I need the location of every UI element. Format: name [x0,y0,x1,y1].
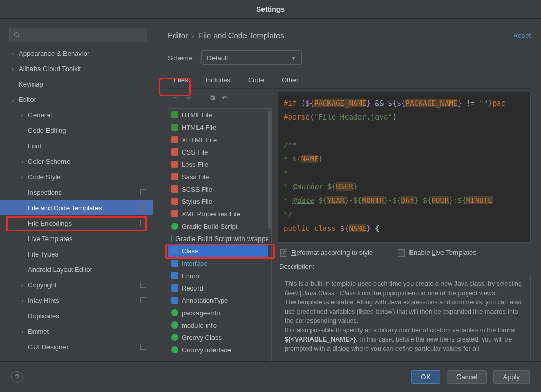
tree-node-label: File and Code Templates [28,204,102,212]
file-item-package-info[interactable]: package-info [168,306,271,319]
tree-node-file-types[interactable]: File Types [0,246,153,262]
tab-includes[interactable]: Includes [205,76,230,87]
file-item-label: Stylus File [182,198,212,206]
file-item-label: Less File [182,161,208,168]
file-item-groovy-interface[interactable]: Groovy Interface [168,344,271,356]
window-title: Settings [256,5,285,13]
file-item-module-info[interactable]: module-info [168,319,271,331]
file-item-less-file[interactable]: Less File [168,158,271,171]
file-item-label: Enum [182,272,199,280]
file-item-record[interactable]: Record [168,282,271,294]
file-item-html-file[interactable]: HTML File [168,109,271,121]
file-item-label: Groovy Class [182,334,222,342]
chevron-icon: › [10,49,15,57]
tree-node-color-scheme[interactable]: ›Color Scheme [0,154,153,169]
file-item-label: Interface [182,260,208,267]
tree-node-label: File Types [28,250,58,258]
file-list[interactable]: HTML FileHTML4 FileXHTML FileCSS FileLes… [168,108,272,361]
search-icon [14,32,20,38]
file-item-xhtml-file[interactable]: XHTML File [168,133,271,146]
svg-line-1 [18,36,20,38]
scheme-combo[interactable]: Default ▼ [201,50,302,65]
tree-node-label: Duplicates [28,312,59,320]
tree-node-label: Live Templates [28,235,72,243]
file-item-gradle-build-script-with-wrapper[interactable]: Gradle Build Script with wrapper [168,232,271,245]
tree-node-label: Code Style [28,173,61,181]
file-item-sass-file[interactable]: Sass File [168,171,271,183]
tree-node-file-encodings[interactable]: File Encodings [0,215,153,231]
tree-node-general[interactable]: ›General [0,107,153,123]
tree-node-emmet[interactable]: ›Emmet [0,323,153,339]
tree-node-label: File Encodings [28,219,72,227]
chevron-icon: ⌄ [10,96,15,104]
file-item-gradle-build-script[interactable]: Gradle Build Script [168,220,271,232]
description-box: This is a built-in template used each ti… [278,274,531,361]
tree-node-font[interactable]: Font [0,138,153,154]
breadcrumb: Editor › File and Code Templates [168,31,284,40]
reformat-checkbox[interactable]: Reformat according to style [280,249,373,257]
file-item-class[interactable]: Class [168,245,271,257]
tab-code[interactable]: Code [248,76,264,87]
file-type-icon [171,235,172,242]
file-item-groovy-class[interactable]: Groovy Class [168,331,271,344]
file-type-icon [171,247,178,254]
file-item-xml-properties-file[interactable]: XML Properties File [168,208,271,220]
file-item-enum[interactable]: Enum [168,269,271,282]
file-type-icon [171,210,178,217]
breadcrumb-b: File and Code Templates [199,31,284,40]
tree-node-android-layout-editor[interactable]: Android Layout Editor [0,262,153,277]
tree-node-appearance-behavior[interactable]: ›Appearance & Behavior [0,45,153,61]
search-input[interactable] [9,28,147,42]
ok-button[interactable]: OK [411,370,440,384]
add-from-icon: ✚ [186,94,191,102]
svg-point-0 [15,33,19,37]
tree-node-inlay-hints[interactable]: ›Inlay Hints [0,293,153,308]
template-editor[interactable]: #if (${PACKAGE_NAME} && ${${PACKAGE_NAME… [278,92,531,243]
apply-button[interactable]: Apply [493,370,530,384]
tree-node-code-editing[interactable]: Code Editing [0,123,153,138]
tree-node-keymap[interactable]: Keymap [0,76,153,92]
file-item-annotationtype[interactable]: AnnotationType [168,294,271,306]
scheme-value: Default [207,54,228,62]
tree-node-label: Copyright [28,281,57,289]
minus-icon[interactable]: − [199,94,203,102]
scrollbar-thumb[interactable] [268,110,271,229]
tree-node-label: Emmet [28,328,49,335]
reset-link[interactable]: Reset [513,31,531,39]
file-type-icon [171,124,178,131]
tree-node-copyright[interactable]: ›Copyright [0,277,153,293]
file-type-icon [171,161,178,168]
chevron-icon: › [20,158,25,165]
file-item-label: HTML File [182,111,212,119]
tree-node-label: GUI Designer [28,343,69,351]
tree-node-label: Editor [19,96,36,104]
cancel-button[interactable]: Cancel [447,370,487,384]
file-item-css-file[interactable]: CSS File [168,146,271,158]
file-item-label: AnnotationType [182,297,228,304]
chevron-icon: › [20,173,25,181]
tab-files[interactable]: Files [174,76,188,87]
copy-icon[interactable]: ⧉ [210,94,215,102]
tree-node-live-templates[interactable]: Live Templates [0,231,153,246]
live-templates-checkbox[interactable]: Enable Live Templates [398,249,477,257]
file-type-icon [171,111,178,118]
checkbox-icon [398,249,405,257]
tree-node-code-style[interactable]: ›Code Style [0,169,153,184]
tree-node-editor[interactable]: ⌄Editor [0,92,153,107]
tree-node-file-and-code-templates[interactable]: File and Code Templates [0,200,153,215]
tab-other[interactable]: Other [282,76,299,87]
settings-tree[interactable]: ›Appearance & Behavior›Alibaba Cloud Too… [0,45,157,361]
tree-node-alibaba-cloud-toolkit[interactable]: ›Alibaba Cloud Toolkit [0,61,153,76]
tree-node-inspections[interactable]: Inspections [0,184,153,200]
help-button[interactable]: ? [11,371,23,383]
tree-node-duplicates[interactable]: Duplicates [0,308,153,323]
file-item-scss-file[interactable]: SCSS File [168,183,271,195]
file-item-html4-file[interactable]: HTML4 File [168,121,271,133]
file-item-stylus-file[interactable]: Stylus File [168,195,271,208]
undo-icon[interactable]: ↶ [222,94,227,102]
tree-node-gui-designer[interactable]: GUI Designer [0,339,153,354]
chevron-icon: › [20,328,25,335]
file-item-interface[interactable]: Interface [168,257,271,269]
add-icon[interactable]: ＋ [172,93,178,103]
file-item-label: module-info [182,321,217,329]
